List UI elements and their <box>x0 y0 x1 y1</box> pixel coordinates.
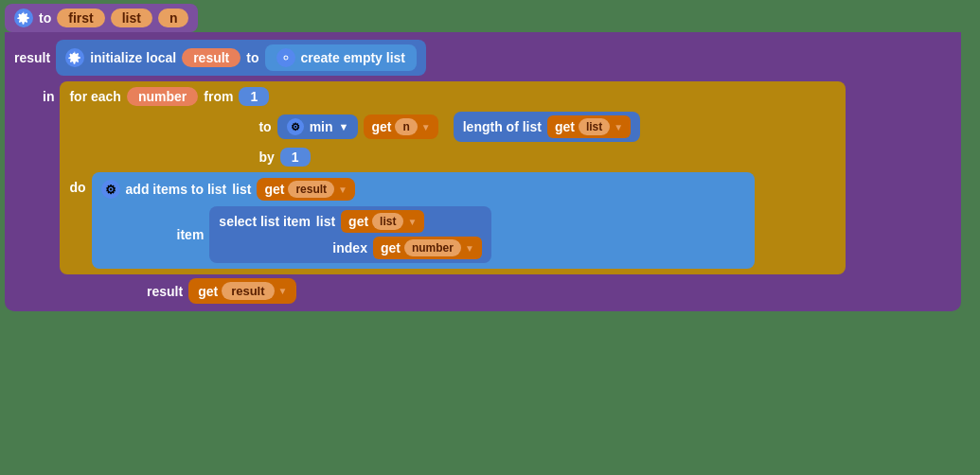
from-label: from <box>204 89 233 104</box>
result-pill: result <box>288 181 334 198</box>
by-val: 1 <box>280 148 311 167</box>
get-result-block[interactable]: get result ▼ <box>257 178 355 201</box>
init-var-name: result <box>182 48 241 67</box>
add-items-container: ⚙ add items to list list get result ▼ <box>92 172 755 269</box>
select-label: select list item <box>219 214 311 229</box>
in-keyword: in <box>43 89 54 104</box>
select-list-pill: list <box>372 213 403 230</box>
get-n-label: get <box>371 119 391 134</box>
foreach-header-row: for each number from 1 <box>69 87 836 106</box>
function-header-block[interactable]: to first list n <box>5 4 198 32</box>
in-row: in for each number from 1 to ⚙ min <box>14 81 953 274</box>
gear-icon-3 <box>276 48 295 67</box>
select-list-keyword: list <box>316 214 335 229</box>
item-row: item select list item list get <box>101 206 745 263</box>
gear-icon-add: ⚙ <box>101 180 120 199</box>
add-list-keyword: list <box>232 182 251 197</box>
from-val: 1 <box>239 87 269 106</box>
do-inner-row: do ⚙ add items to list list get result <box>69 172 836 269</box>
get-list-label: get <box>555 119 575 134</box>
select-get-list-label: get <box>348 214 368 229</box>
keyword-to: to <box>39 10 51 26</box>
create-label: create empty list <box>301 50 406 65</box>
select-list-item-block[interactable]: select list item list get list ▼ <box>209 206 491 263</box>
get-n-block[interactable]: get n ▼ <box>364 114 437 139</box>
add-items-row: ⚙ add items to list list get result ▼ <box>101 178 745 201</box>
dropdown-select-list[interactable]: ▼ <box>407 217 417 227</box>
result-label-outer: result <box>14 50 50 65</box>
by-keyword: by <box>258 150 274 165</box>
by-row: by 1 <box>69 148 836 167</box>
get-result-label: get <box>264 182 284 197</box>
n-pill: n <box>395 118 417 135</box>
do-label: do <box>69 180 85 195</box>
to-keyword: to <box>258 119 271 134</box>
dropdown-min[interactable]: ▼ <box>339 121 349 132</box>
get-number-block[interactable]: get number ▼ <box>373 237 482 259</box>
initialize-local-block[interactable]: initialize local result to create empty … <box>56 40 426 76</box>
dropdown-number[interactable]: ▼ <box>465 243 474 254</box>
foreach-label: for each <box>69 89 120 104</box>
dropdown-result[interactable]: ▼ <box>338 185 347 195</box>
footer-result-label: result <box>147 284 183 299</box>
init-keyword: initialize local <box>90 50 176 65</box>
number-pill: number <box>404 239 461 256</box>
param-n: n <box>158 9 189 27</box>
dropdown-list[interactable]: ▼ <box>614 122 623 132</box>
item-keyword: item <box>177 227 205 242</box>
length-of-list-block[interactable]: length of list get list ▼ <box>454 112 640 142</box>
footer-get-label: get <box>198 284 218 299</box>
foreach-container: for each number from 1 to ⚙ min ▼ <box>60 81 846 274</box>
index-keyword: index <box>332 240 367 255</box>
footer-row: result get result ▼ <box>14 278 953 304</box>
init-row: result initialize local result to create… <box>14 40 953 76</box>
get-list-block[interactable]: get list ▼ <box>547 115 631 138</box>
gear-icon-min: ⚙ <box>287 118 304 135</box>
create-empty-list-block[interactable]: create empty list <box>265 44 418 71</box>
add-items-label: add items to list <box>126 182 227 197</box>
param-list: list <box>111 9 152 27</box>
param-first: first <box>57 9 104 27</box>
min-label: min <box>310 119 333 134</box>
min-block[interactable]: ⚙ min ▼ <box>277 114 359 139</box>
gear-icon <box>14 9 33 27</box>
length-label: length of list <box>463 119 542 134</box>
to-row: to ⚙ min ▼ get n ▼ length of <box>69 112 836 142</box>
gear-icon-2 <box>65 48 84 67</box>
footer-result-pill: result <box>222 282 274 300</box>
footer-get-result-block[interactable]: get result ▼ <box>188 278 296 304</box>
list-pill: list <box>579 118 610 135</box>
function-body: result initialize local result to create… <box>5 32 961 311</box>
dropdown-footer-result[interactable]: ▼ <box>278 286 288 296</box>
foreach-var: number <box>127 87 198 106</box>
init-to-keyword: to <box>246 50 258 65</box>
dropdown-n[interactable]: ▼ <box>421 122 431 132</box>
get-number-label: get <box>381 240 401 255</box>
select-get-list-block[interactable]: get list ▼ <box>341 210 424 233</box>
